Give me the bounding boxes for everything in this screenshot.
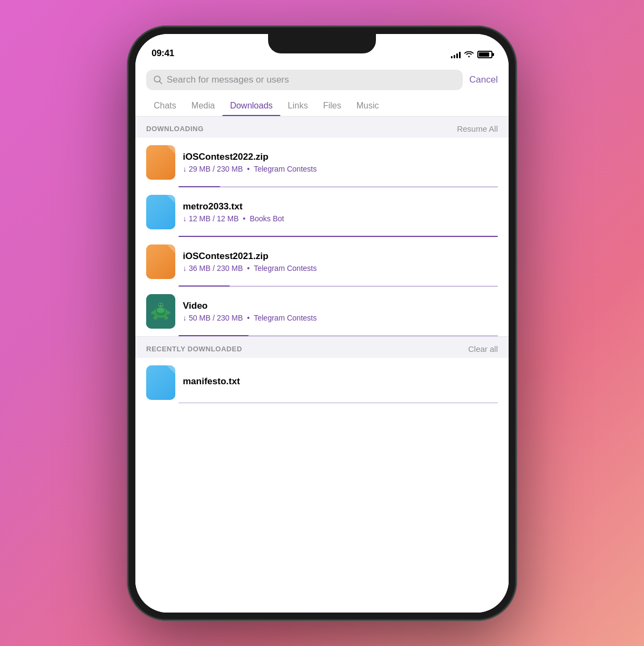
tab-files[interactable]: Files (316, 96, 349, 116)
item-info-5: manifesto.txt (183, 376, 498, 389)
item-meta-3: ↓ 36 MB / 230 MB • Telegram Contests (183, 264, 498, 273)
svg-point-18 (161, 304, 162, 305)
phone-frame: 09:41 (128, 26, 516, 620)
item-name-1: iOSContest2022.zip (183, 152, 498, 162)
video-thumbnail (146, 294, 175, 329)
item-info-1: iOSContest2022.zip ↓ 29 MB / 230 MB • Te… (183, 152, 498, 173)
downloading-label: DOWNLOADING (146, 125, 204, 133)
item-name-2: metro2033.txt (183, 201, 498, 212)
svg-rect-4 (146, 195, 175, 229)
notch (268, 34, 376, 53)
svg-rect-6 (146, 244, 175, 279)
download-item-3[interactable]: zip iOSContest2021.zip ↓ 36 MB / 230 MB … (135, 237, 509, 287)
search-placeholder: Search for messages or users (167, 74, 289, 85)
signal-icon (451, 51, 461, 58)
file-icon-zip-1: zip (146, 145, 175, 180)
download-list: zip iOSContest2022.zip ↓ 29 MB / 230 MB … (135, 138, 509, 613)
tab-music[interactable]: Music (349, 96, 387, 116)
tab-downloads[interactable]: Downloads (222, 96, 280, 116)
item-meta-2: ↓ 12 MB / 12 MB • Books Bot (183, 214, 498, 223)
item-info-4: Video ↓ 50 MB / 230 MB • Telegram Contes… (183, 301, 498, 322)
downloading-section-header: DOWNLOADING Resume All (135, 117, 509, 138)
phone-screen: 09:41 (135, 34, 509, 613)
recently-downloaded-section-header: RECENTLY DOWNLOADED Clear all (135, 336, 509, 358)
battery-icon (477, 51, 492, 58)
svg-point-17 (159, 304, 160, 305)
status-icons (451, 50, 492, 59)
item-name-4: Video (183, 301, 498, 311)
download-item-5[interactable]: txt manifesto.txt (135, 358, 509, 403)
item-meta-4: ↓ 50 MB / 230 MB • Telegram Contests (183, 314, 498, 322)
resume-all-button[interactable]: Resume All (457, 124, 498, 133)
item-name-3: iOSContest2021.zip (183, 251, 498, 262)
tab-chats[interactable]: Chats (146, 96, 184, 116)
tabs-bar: Chats Media Downloads Links Files Music (135, 96, 509, 117)
cancel-button[interactable]: Cancel (469, 74, 498, 85)
status-time: 09:41 (152, 48, 174, 59)
search-input-wrapper[interactable]: Search for messages or users (146, 70, 463, 90)
clear-all-button[interactable]: Clear all (468, 344, 498, 353)
wifi-icon (464, 50, 474, 59)
file-icon-txt-2: txt (146, 365, 175, 400)
file-icon-txt-1: txt (146, 195, 175, 229)
download-item-2[interactable]: txt metro2033.txt ↓ 12 MB / 12 MB • Book… (135, 187, 509, 237)
progress-bar-fill-4 (179, 335, 249, 336)
svg-line-1 (160, 81, 162, 83)
search-bar: Search for messages or users Cancel (135, 63, 509, 96)
content-area: Search for messages or users Cancel Chat… (135, 63, 509, 613)
recently-downloaded-label: RECENTLY DOWNLOADED (146, 345, 242, 353)
svg-rect-2 (146, 145, 175, 180)
download-item-1[interactable]: zip iOSContest2022.zip ↓ 29 MB / 230 MB … (135, 138, 509, 187)
svg-rect-19 (146, 365, 175, 400)
item-info-2: metro2033.txt ↓ 12 MB / 12 MB • Books Bo… (183, 201, 498, 223)
item-meta-1: ↓ 29 MB / 230 MB • Telegram Contests (183, 165, 498, 173)
item-name-5: manifesto.txt (183, 376, 498, 387)
tab-media[interactable]: Media (184, 96, 223, 116)
svg-point-12 (158, 303, 163, 307)
svg-point-11 (157, 308, 165, 313)
search-icon (154, 76, 162, 84)
tab-links[interactable]: Links (280, 96, 316, 116)
file-icon-zip-2: zip (146, 244, 175, 279)
item-info-3: iOSContest2021.zip ↓ 36 MB / 230 MB • Te… (183, 251, 498, 273)
download-item-4[interactable]: Video ↓ 50 MB / 230 MB • Telegram Contes… (135, 287, 509, 336)
